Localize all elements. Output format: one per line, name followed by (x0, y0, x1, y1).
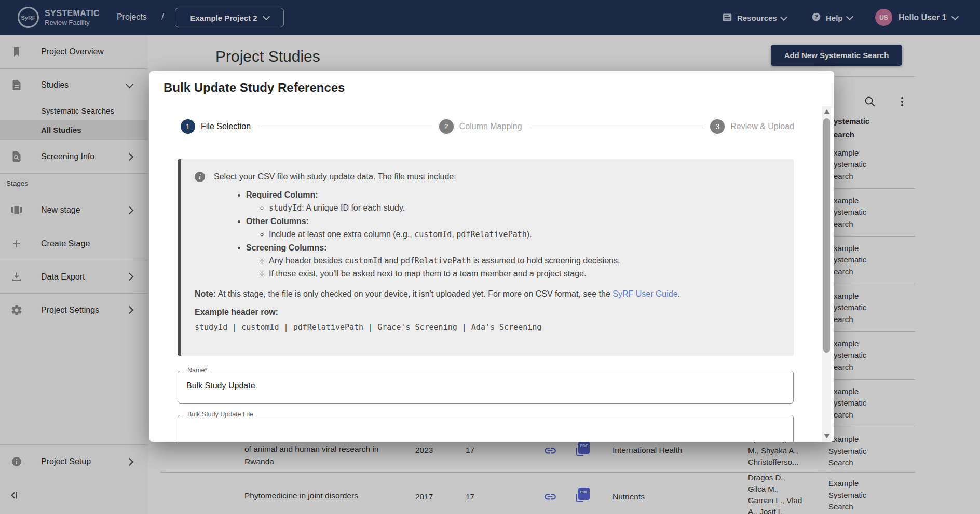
bullet-item: Required Column:studyId: A unique ID for… (246, 190, 783, 213)
step-connector (258, 127, 432, 127)
info-note: Note: At this stage, the file is only ch… (195, 289, 783, 299)
bullet-text: is assumed to hold screening decisions. (471, 256, 620, 265)
code-token: customId (345, 256, 382, 266)
step-number-badge: 1 (181, 119, 195, 134)
sub-bullet-list: Any header besides customId and pdfRelat… (246, 256, 783, 279)
sub-bullet-list: Include at least one extra column (e.g.,… (246, 230, 783, 239)
stepper: 1File Selection2Column Mapping3Review & … (181, 119, 794, 134)
note-text: At this stage, the file is only checked … (216, 289, 612, 298)
bullet-item: Other Columns:Include at least one extra… (246, 217, 783, 239)
bullet-title: Required Column: (246, 190, 318, 199)
info-bullet-list: Required Column:studyId: A unique ID for… (181, 190, 783, 279)
bulk-update-modal: Bulk Update Study References 1File Selec… (149, 71, 834, 442)
bullet-text: If these exist, you'll be asked next to … (269, 269, 586, 278)
bullet-text: Any header besides (269, 256, 345, 265)
bullet-title: Screening Columns: (246, 243, 327, 252)
code-token: customId (414, 230, 452, 239)
scroll-up-icon[interactable] (824, 109, 830, 114)
sub-bullet-item: Include at least one extra column (e.g.,… (269, 230, 783, 239)
note-label: Note: (195, 289, 216, 298)
syrf-user-guide-link[interactable]: SyRF User Guide (612, 289, 677, 298)
step-2[interactable]: 2Column Mapping (439, 119, 522, 134)
note-suffix: . (678, 289, 680, 298)
code-token: pdfRelativePath (456, 230, 526, 239)
bullet-text: ). (527, 230, 532, 239)
example-header-row: studyId | customId | pdfRelativePath | G… (195, 323, 783, 332)
scroll-down-icon[interactable] (824, 434, 830, 438)
info-intro: Select your CSV file with study update d… (214, 172, 456, 182)
step-label: Column Mapping (459, 122, 522, 131)
step-number-badge: 2 (439, 119, 454, 134)
step-1[interactable]: 1File Selection (181, 119, 251, 134)
file-upload-field[interactable]: Bulk Study Update File (178, 415, 794, 442)
sub-bullet-item: Any header besides customId and pdfRelat… (269, 256, 783, 266)
info-box: i Select your CSV file with study update… (178, 159, 794, 356)
sub-bullet-list: studyId: A unique ID for each study. (246, 203, 783, 213)
step-connector (529, 127, 703, 127)
step-label: File Selection (201, 122, 251, 131)
modal-title: Bulk Update Study References (164, 80, 345, 95)
info-icon: i (195, 172, 205, 182)
code-token: pdfRelativePath (401, 256, 471, 266)
app-root: SyRF SYSTEMATIC Review Facility Projects… (0, 0, 980, 514)
example-header-label: Example header row: (195, 308, 783, 317)
bullet-text: and (382, 256, 401, 265)
name-field-value: Bulk Study Update (186, 381, 255, 391)
bullet-text: Include at least one extra column (e.g., (269, 230, 414, 239)
sub-bullet-item: studyId: A unique ID for each study. (269, 203, 783, 213)
step-label: Review & Upload (730, 122, 794, 131)
bullet-text: , (452, 230, 456, 239)
name-field-label: Name* (184, 367, 210, 374)
step-3[interactable]: 3Review & Upload (710, 119, 794, 134)
bullet-item: Screening Columns:Any header besides cus… (246, 243, 783, 279)
modal-scrollbar-thumb[interactable] (823, 118, 830, 353)
code-token: studyId (269, 203, 302, 213)
bullet-text: : A unique ID for each study. (302, 203, 405, 212)
sub-bullet-item: If these exist, you'll be asked next to … (269, 269, 783, 279)
file-field-label: Bulk Study Update File (184, 411, 256, 418)
bullet-title: Other Columns: (246, 217, 309, 226)
name-field[interactable]: Name* Bulk Study Update (178, 371, 794, 404)
step-number-badge: 3 (710, 119, 725, 134)
